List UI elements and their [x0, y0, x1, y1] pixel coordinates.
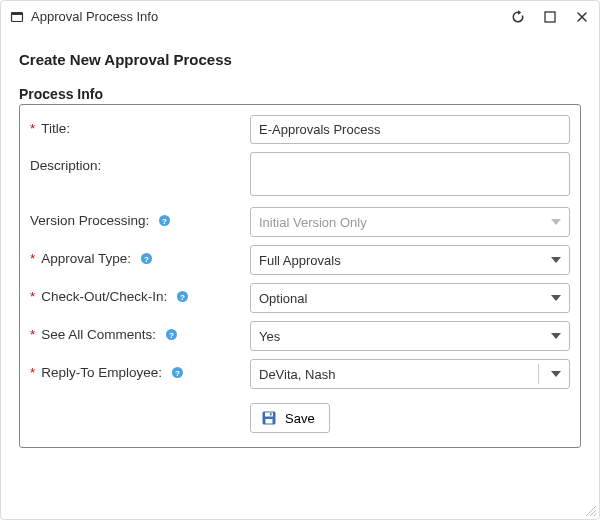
svg-text:?: ?: [175, 369, 180, 378]
label-check-text: Check-Out/Check-In:: [41, 289, 167, 304]
reply-to-value: DeVita, Nash: [259, 367, 335, 382]
svg-text:?: ?: [169, 331, 174, 340]
row-reply-to: * Reply-To Employee: ? DeVita, Nash: [30, 359, 570, 389]
window: Approval Process Info Create New Approva…: [0, 0, 600, 520]
row-check: * Check-Out/Check-In: ? Optional: [30, 283, 570, 313]
window-controls: [509, 8, 591, 26]
required-marker: *: [30, 327, 35, 342]
save-button-label: Save: [285, 411, 315, 426]
refresh-icon[interactable]: [509, 8, 527, 26]
row-see-all: * See All Comments: ? Yes: [30, 321, 570, 351]
svg-rect-16: [270, 413, 272, 416]
titlebar: Approval Process Info: [1, 1, 599, 33]
close-icon[interactable]: [573, 8, 591, 26]
see-all-value: Yes: [259, 329, 280, 344]
required-marker: *: [30, 251, 35, 266]
content: Create New Approval Process Process Info…: [1, 33, 599, 519]
svg-rect-2: [545, 12, 555, 22]
row-title: * Title:: [30, 115, 570, 144]
maximize-icon[interactable]: [541, 8, 559, 26]
label-title: * Title:: [30, 115, 250, 136]
title-input[interactable]: [250, 115, 570, 144]
resize-grip[interactable]: [583, 503, 597, 517]
svg-rect-14: [265, 413, 273, 417]
required-marker: *: [30, 365, 35, 380]
see-all-select[interactable]: Yes: [250, 321, 570, 351]
version-processing-value: Initial Version Only: [259, 215, 367, 230]
label-version-processing: Version Processing: ?: [30, 207, 250, 228]
label-approval-type-text: Approval Type:: [41, 251, 131, 266]
label-check: * Check-Out/Check-In: ?: [30, 283, 250, 304]
chevron-down-icon: [551, 295, 561, 301]
label-see-all-text: See All Comments:: [41, 327, 156, 342]
label-version-processing-text: Version Processing:: [30, 213, 149, 228]
check-value: Optional: [259, 291, 307, 306]
help-icon[interactable]: ?: [164, 328, 178, 342]
window-title: Approval Process Info: [31, 9, 509, 24]
help-icon[interactable]: ?: [170, 366, 184, 380]
process-info-fieldset: * Title: Description: Version Processing…: [19, 104, 581, 448]
version-processing-select: Initial Version Only: [250, 207, 570, 237]
required-marker: *: [30, 289, 35, 304]
row-approval-type: * Approval Type: ? Full Approvals: [30, 245, 570, 275]
label-title-text: Title:: [41, 121, 70, 136]
label-description-text: Description:: [30, 158, 101, 173]
help-icon[interactable]: ?: [157, 214, 171, 228]
approval-type-value: Full Approvals: [259, 253, 341, 268]
svg-text:?: ?: [180, 293, 185, 302]
required-marker: *: [30, 121, 35, 136]
label-description: Description:: [30, 152, 250, 173]
row-version-processing: Version Processing: ? Initial Version On…: [30, 207, 570, 237]
svg-rect-15: [266, 419, 273, 424]
description-input[interactable]: [250, 152, 570, 196]
help-icon[interactable]: ?: [139, 252, 153, 266]
svg-text:?: ?: [144, 255, 149, 264]
approval-type-select[interactable]: Full Approvals: [250, 245, 570, 275]
chevron-down-icon: [551, 257, 561, 263]
svg-text:?: ?: [162, 217, 167, 226]
split-divider: [538, 364, 539, 384]
reply-to-select[interactable]: DeVita, Nash: [250, 359, 570, 389]
label-reply-to-text: Reply-To Employee:: [41, 365, 162, 380]
help-icon[interactable]: ?: [175, 290, 189, 304]
page-title: Create New Approval Process: [19, 51, 581, 68]
save-button[interactable]: Save: [250, 403, 330, 433]
label-reply-to: * Reply-To Employee: ?: [30, 359, 250, 380]
save-icon: [261, 410, 277, 426]
save-row: Save: [30, 403, 570, 433]
label-approval-type: * Approval Type: ?: [30, 245, 250, 266]
section-label: Process Info: [19, 86, 581, 102]
check-select[interactable]: Optional: [250, 283, 570, 313]
chevron-down-icon: [551, 219, 561, 225]
window-icon: [9, 9, 25, 25]
svg-rect-1: [12, 12, 23, 15]
row-description: Description:: [30, 152, 570, 199]
label-see-all: * See All Comments: ?: [30, 321, 250, 342]
chevron-down-icon: [551, 371, 561, 377]
chevron-down-icon: [551, 333, 561, 339]
